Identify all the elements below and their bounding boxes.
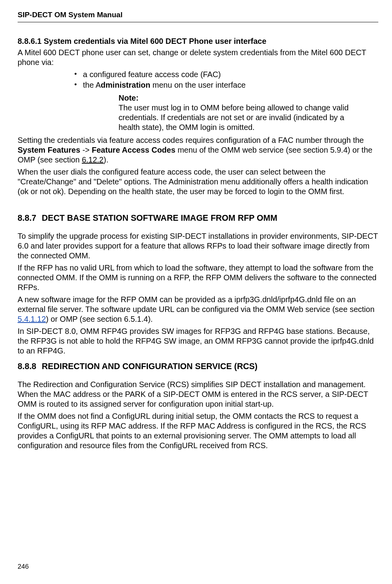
heading-number: 8.8.8 bbox=[18, 361, 36, 372]
heading-text: System credentials via Mitel 600 DECT Ph… bbox=[44, 37, 266, 45]
list-item-text: menu on the user interface bbox=[150, 81, 245, 89]
body-text: If the RFP has no valid URL from which t… bbox=[18, 263, 378, 292]
body-text: A new software image for the RFP OMM can… bbox=[18, 295, 378, 324]
cross-reference: 6.12.2 bbox=[82, 155, 104, 164]
running-header: SIP-DECT OM System Manual bbox=[18, 10, 378, 20]
page: SIP-DECT OM System Manual 8.8.6.1 System… bbox=[0, 0, 392, 584]
list-item-text: a configured feature access code (FAC) bbox=[83, 70, 221, 79]
list-item-bold: dministration bbox=[101, 81, 151, 89]
list-item-text: the A bbox=[83, 81, 101, 89]
bullet-list: a configured feature access code (FAC) t… bbox=[18, 70, 378, 90]
header-rule bbox=[18, 22, 378, 22]
text-run: Setting the credentials via feature acce… bbox=[18, 136, 364, 144]
note-block: Note: The user must log in to OMM before… bbox=[18, 93, 378, 132]
heading-text: DECT BASE STATION SOFTWARE IMAGE FROM RF… bbox=[42, 213, 277, 223]
page-number: 246 bbox=[18, 562, 29, 571]
list-item: a configured feature access code (FAC) bbox=[74, 70, 378, 79]
note-label: Note: bbox=[119, 93, 147, 103]
heading-8-8-6-1: 8.8.6.1 System credentials via Mitel 600… bbox=[18, 36, 378, 46]
section-link[interactable]: 5.4.1.12 bbox=[18, 315, 46, 323]
heading-8-8-7: 8.8.7DECT BASE STATION SOFTWARE IMAGE FR… bbox=[18, 213, 378, 224]
body-text: A Mitel 600 DECT phone user can set, cha… bbox=[18, 48, 378, 67]
text-run: A new software image for the RFP OMM can… bbox=[18, 295, 374, 314]
body-text: When the user dials the configured featu… bbox=[18, 167, 378, 196]
text-run: -> bbox=[80, 146, 92, 154]
body-text: In SIP-DECT 8.0, OMM RFP4G provides SW i… bbox=[18, 326, 378, 356]
body-text: The Redirection and Configuration Servic… bbox=[18, 380, 378, 409]
body-text: To simplify the upgrade process for exis… bbox=[18, 231, 378, 261]
text-bold: Feature Access Codes bbox=[92, 146, 176, 154]
body-text: Setting the credentials via feature acce… bbox=[18, 135, 378, 165]
heading-8-8-8: 8.8.8REDIRECTION AND CONFIGURATION SERVI… bbox=[18, 361, 378, 372]
heading-number: 8.8.6.1 bbox=[18, 37, 41, 45]
list-item: the Administration menu on the user inte… bbox=[74, 80, 378, 90]
body-text: If the OMM does not find a ConfigURL dur… bbox=[18, 411, 378, 451]
text-run: ) or OMP (see section 6.5.1.4). bbox=[46, 315, 153, 323]
text-bold: System Features bbox=[18, 146, 80, 154]
heading-text: REDIRECTION AND CONFIGURATION SERVICE (R… bbox=[42, 362, 257, 371]
note-body: The user must log in to OMM before being… bbox=[119, 103, 361, 132]
heading-number: 8.8.7 bbox=[18, 213, 36, 224]
text-run: ). bbox=[104, 155, 108, 164]
